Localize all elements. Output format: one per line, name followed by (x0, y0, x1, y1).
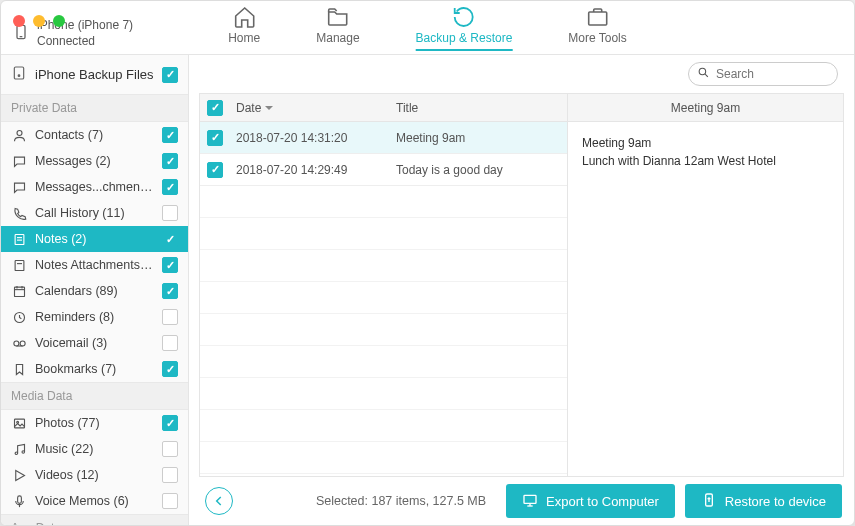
sidebar-item-checkbox[interactable] (162, 205, 178, 221)
col-title[interactable]: Title (390, 101, 567, 115)
sidebar-item-checkbox[interactable] (162, 153, 178, 169)
sidebar-item-bookmarks[interactable]: Bookmarks (7) (1, 356, 188, 382)
svg-rect-19 (14, 419, 24, 428)
nav-manage-label: Manage (316, 31, 359, 45)
notes-table: Date Title 2018-07-20 14:31:20 Meeting 9… (199, 93, 567, 477)
sidebar-item-checkbox[interactable] (162, 257, 178, 273)
sidebar-item-checkbox[interactable] (162, 361, 178, 377)
sidebar-item-reminders[interactable]: Reminders (8) (1, 304, 188, 330)
row-checkbox[interactable] (207, 130, 223, 146)
detail-panel: Meeting 9am Meeting 9am Lunch with Diann… (567, 93, 844, 477)
sidebar-item-contacts[interactable]: Contacts (7) (1, 122, 188, 148)
sidebar-item-calendars[interactable]: Calendars (89) (1, 278, 188, 304)
select-all-checkbox[interactable] (207, 100, 223, 116)
attachment-icon (11, 179, 27, 195)
sidebar-item-label: Music (22) (35, 442, 154, 456)
sidebar-item-label: Contacts (7) (35, 128, 154, 142)
nav-backup-restore[interactable]: Backup & Restore (416, 5, 513, 51)
sidebar-item-checkbox[interactable] (162, 467, 178, 483)
sidebar-item-checkbox[interactable] (162, 179, 178, 195)
row-title: Today is a good day (390, 163, 567, 177)
table-row[interactable]: 2018-07-20 14:31:20 Meeting 9am (200, 122, 567, 154)
svg-point-21 (15, 452, 18, 455)
nav-home-label: Home (228, 31, 260, 45)
body: iPhone Backup Files Private Data Contact… (1, 55, 854, 525)
sidebar-item-label: Videos (12) (35, 468, 154, 482)
sidebar-item-checkbox[interactable] (162, 127, 178, 143)
sidebar-item-notes-attachments[interactable]: Notes Attachments (1) (1, 252, 188, 278)
sidebar-item-checkbox[interactable] (162, 283, 178, 299)
sidebar: iPhone Backup Files Private Data Contact… (1, 55, 189, 525)
restore-label: Restore to device (725, 494, 826, 509)
sidebar-item-call-history[interactable]: Call History (11) (1, 200, 188, 226)
svg-point-17 (20, 341, 25, 346)
svg-rect-28 (524, 495, 536, 503)
sidebar-item-checkbox[interactable] (162, 415, 178, 431)
sidebar-item-label: Reminders (8) (35, 310, 154, 324)
export-button[interactable]: Export to Computer (506, 484, 675, 518)
sidebar-item-checkbox[interactable] (162, 231, 178, 247)
search-box[interactable] (688, 62, 838, 86)
svg-point-26 (699, 68, 706, 75)
maximize-icon[interactable] (53, 15, 65, 27)
sidebar-item-label: Notes (2) (35, 232, 154, 246)
nav-backup-label: Backup & Restore (416, 31, 513, 45)
table-row[interactable]: 2018-07-20 14:29:49 Today is a good day (200, 154, 567, 186)
photos-icon (11, 415, 27, 431)
search-icon (697, 66, 710, 82)
detail-header: Meeting 9am (568, 94, 843, 122)
sidebar-item-label: Photos (77) (35, 416, 154, 430)
sidebar-item-music[interactable]: Music (22) (1, 436, 188, 462)
svg-point-16 (13, 341, 18, 346)
sidebar-item-checkbox[interactable] (162, 309, 178, 325)
table-body: 2018-07-20 14:31:20 Meeting 9am 2018-07-… (200, 122, 567, 476)
sidebar-item-voicemail[interactable]: Voicemail (3) (1, 330, 188, 356)
section-app: App Data (1, 514, 188, 525)
bookmark-icon (11, 361, 27, 377)
nav-more-tools[interactable]: More Tools (568, 5, 626, 51)
search-input[interactable] (716, 67, 855, 81)
prev-page-button[interactable] (205, 487, 233, 515)
backup-files-icon (11, 65, 27, 84)
device-status: Connected (37, 34, 133, 50)
sidebar-item-notes[interactable]: Notes (2) (1, 226, 188, 252)
footer: Selected: 187 items, 127.5 MB Export to … (189, 477, 854, 525)
close-icon[interactable] (13, 15, 25, 27)
topbar (189, 55, 854, 93)
music-icon (11, 441, 27, 457)
sidebar-header-label: iPhone Backup Files (35, 67, 154, 82)
nav-home[interactable]: Home (228, 5, 260, 51)
export-label: Export to Computer (546, 494, 659, 509)
sidebar-item-checkbox[interactable] (162, 493, 178, 509)
svg-line-27 (705, 74, 708, 77)
sidebar-header-checkbox[interactable] (162, 67, 178, 83)
detail-text: Lunch with Dianna 12am West Hotel (582, 152, 829, 170)
content: Date Title 2018-07-20 14:31:20 Meeting 9… (189, 93, 854, 477)
nav-manage[interactable]: Manage (316, 5, 359, 51)
window-controls (13, 15, 65, 27)
detail-title: Meeting 9am (582, 134, 829, 152)
sidebar-item-label: Call History (11) (35, 206, 154, 220)
svg-rect-6 (15, 234, 24, 244)
minimize-icon[interactable] (33, 15, 45, 27)
row-checkbox[interactable] (207, 162, 223, 178)
sidebar-item-message-attachments[interactable]: Messages...chments (6) (1, 174, 188, 200)
notes-attach-icon (11, 257, 27, 273)
notes-icon (11, 231, 27, 247)
voice-memo-icon (11, 493, 27, 509)
col-date[interactable]: Date (230, 101, 390, 115)
sidebar-item-messages[interactable]: Messages (2) (1, 148, 188, 174)
contacts-icon (11, 127, 27, 143)
sidebar-item-videos[interactable]: Videos (12) (1, 462, 188, 488)
sidebar-item-voice-memos[interactable]: Voice Memos (6) (1, 488, 188, 514)
restore-button[interactable]: Restore to device (685, 484, 842, 518)
nav-tools-label: More Tools (568, 31, 626, 45)
sidebar-item-label: Calendars (89) (35, 284, 154, 298)
sidebar-item-checkbox[interactable] (162, 441, 178, 457)
sidebar-item-checkbox[interactable] (162, 335, 178, 351)
sidebar-header: iPhone Backup Files (1, 55, 188, 94)
call-icon (11, 205, 27, 221)
svg-rect-3 (14, 67, 23, 79)
sidebar-item-photos[interactable]: Photos (77) (1, 410, 188, 436)
detail-body: Meeting 9am Lunch with Dianna 12am West … (568, 122, 843, 182)
